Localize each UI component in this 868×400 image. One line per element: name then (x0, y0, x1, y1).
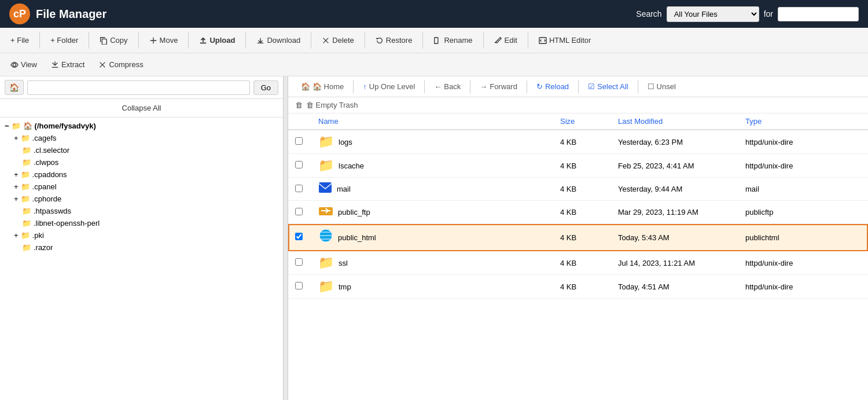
tree-item-cphorde[interactable]: + 📁 .cphorde (0, 193, 283, 205)
file-row-ssl[interactable]: 📁 ssl 4 KB Jul 14, 2023, 11:21 AM httpd/… (288, 251, 868, 275)
move-button[interactable]: Move (144, 33, 184, 47)
file-list-header: Name Size Last Modified Type (288, 113, 868, 130)
copy-button[interactable]: Copy (94, 33, 133, 47)
up-one-level-button[interactable]: ↑ Up One Level (357, 80, 421, 93)
unselect-button[interactable]: ☐ Unsel (642, 80, 682, 93)
ft-sep (470, 80, 470, 93)
empty-trash-button[interactable]: 🗑 🗑 Empty Trash (295, 101, 358, 109)
search-input[interactable] (778, 7, 859, 21)
col-size[interactable]: Size (560, 117, 618, 126)
upload-button[interactable]: Upload (193, 33, 241, 47)
tree-label: .clwpos (34, 158, 58, 167)
resize-handle[interactable] (284, 76, 288, 400)
collapse-all-button[interactable]: Collapse All (0, 99, 283, 118)
search-scope-select[interactable]: All Your Files Public Files Private File… (667, 6, 759, 22)
rename-icon (433, 36, 442, 45)
folder-button[interactable]: + Folder (45, 33, 84, 47)
tree-item-libnet[interactable]: 📁 .libnet-openssh-perl (0, 217, 283, 229)
row-checkbox[interactable] (295, 233, 318, 242)
download-button[interactable]: Download (251, 33, 306, 47)
tree-item-clselector[interactable]: 📁 .cl.selector (0, 144, 283, 156)
file-row-lscache[interactable]: 📁 lscache 4 KB Feb 25, 2023, 4:41 AM htt… (288, 154, 868, 178)
row-checkbox[interactable] (295, 258, 318, 267)
view-button[interactable]: View (5, 57, 43, 72)
tree-item-htpasswds[interactable]: 📁 .htpasswds (0, 205, 283, 217)
row-name: 📁 tmp (318, 279, 560, 294)
delete-icon (322, 36, 330, 45)
delete-button[interactable]: Delete (316, 33, 360, 47)
svg-rect-4 (319, 182, 332, 193)
tree-item-cpanel[interactable]: + 📁 .cpanel (0, 181, 283, 193)
tree-item-cagefs[interactable]: + 📁 .cagefs (0, 132, 283, 144)
expand-icon: − (5, 122, 9, 130)
back-button[interactable]: ← Back (428, 80, 466, 93)
folder-icon: 📁 (22, 243, 31, 252)
separator (245, 32, 246, 49)
row-checkbox[interactable] (295, 282, 318, 291)
html-editor-button[interactable]: HTML Editor (533, 33, 597, 47)
col-modified[interactable]: Last Modified (618, 117, 745, 126)
select-all-icon: ☑ (588, 82, 595, 91)
file-row-tmp[interactable]: 📁 tmp 4 KB Today, 4:51 AM httpd/unix-dir… (288, 275, 868, 299)
move-icon (149, 36, 157, 45)
ft-sep (424, 80, 425, 93)
row-name: 📁 ssl (318, 255, 560, 270)
separator (138, 32, 139, 49)
expand-icon: + (14, 170, 19, 179)
folder-icon: 📁 (22, 146, 31, 155)
home-path-button[interactable]: 🏠 (5, 80, 24, 95)
view-icon (10, 61, 19, 69)
select-all-button[interactable]: ☑ Select All (582, 80, 634, 93)
col-type[interactable]: Type (745, 117, 861, 126)
row-checkbox[interactable] (295, 208, 318, 217)
tree-label: .razor (34, 243, 53, 252)
tree-label: (/home/fysadvyk) (35, 122, 96, 130)
row-checkbox[interactable] (295, 161, 318, 170)
app-logo: cP File Manager (9, 3, 106, 24)
extract-button[interactable]: Extract (45, 57, 90, 72)
tree-item-root[interactable]: − 📁 🏠 (/home/fysadvyk) (0, 120, 283, 132)
file-row-public-ftp[interactable]: public_ftp 4 KB Mar 29, 2023, 11:19 AM p… (288, 201, 868, 224)
go-button[interactable]: Go (253, 80, 278, 95)
separator (528, 32, 528, 49)
home-nav-button[interactable]: 🏠 🏠 Home (295, 80, 350, 93)
file-row-mail[interactable]: mail 4 KB Yesterday, 9:44 AM mail (288, 178, 868, 201)
row-name: 📁 logs (318, 134, 560, 149)
separator (365, 32, 365, 49)
tree-label: .cl.selector (34, 146, 69, 155)
edit-button[interactable]: Edit (488, 33, 523, 47)
separator (39, 32, 40, 49)
edit-icon (494, 36, 502, 45)
tree-item-cpaddons[interactable]: + 📁 .cpaddons (0, 168, 283, 181)
restore-button[interactable]: Restore (370, 33, 418, 47)
col-checkbox (295, 117, 318, 126)
rename-button[interactable]: Rename (428, 33, 478, 47)
forward-button[interactable]: → Forward (474, 80, 523, 93)
separator (89, 32, 89, 49)
ftp-icon (318, 205, 333, 219)
row-checkbox[interactable] (295, 137, 318, 146)
ft-sep (527, 80, 527, 93)
top-navbar: cP File Manager Search All Your Files Pu… (0, 0, 868, 28)
home-icon: 🏠 (23, 122, 32, 130)
compress-button[interactable]: Compress (93, 57, 149, 72)
app-title: File Manager (36, 8, 106, 21)
col-name[interactable]: Name (318, 117, 560, 126)
row-name: 📁 lscache (318, 158, 560, 173)
row-checkbox[interactable] (295, 185, 318, 194)
tree-item-razor[interactable]: 📁 .razor (0, 241, 283, 254)
ft-sep (638, 80, 638, 93)
reload-button[interactable]: ↻ Reload (531, 80, 575, 93)
toolbar-row1: + File + Folder Copy Move Upload Downloa… (0, 28, 868, 53)
folder-icon: 📁 (318, 255, 334, 270)
toolbar-row2: View Extract Compress (0, 53, 868, 76)
path-input[interactable] (27, 80, 250, 95)
tree-item-clwpos[interactable]: 📁 .clwpos (0, 156, 283, 168)
file-button[interactable]: + File (5, 33, 35, 47)
unselect-icon: ☐ (648, 82, 654, 91)
tree-item-pki[interactable]: + 📁 .pki (0, 229, 283, 241)
main-area: 🏠 Go Collapse All − 📁 🏠 (/home/fysadvyk)… (0, 76, 868, 400)
file-row-logs[interactable]: 📁 logs 4 KB Yesterday, 6:23 PM httpd/uni… (288, 130, 868, 154)
file-row-public-html[interactable]: public_html 4 KB Today, 5:43 AM publicht… (288, 224, 868, 251)
tree-label: .cphorde (32, 195, 62, 203)
